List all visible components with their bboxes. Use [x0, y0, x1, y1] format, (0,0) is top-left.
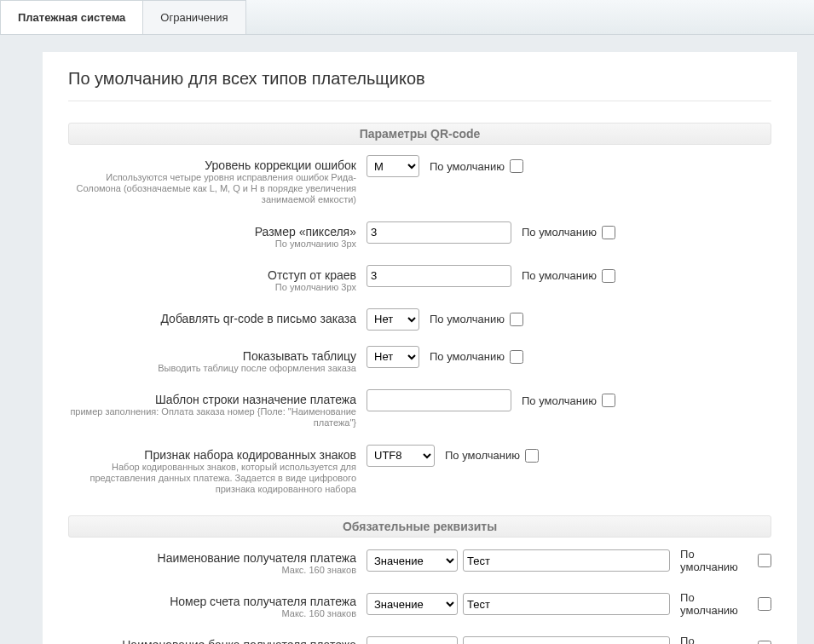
hint-encoding: Набор кодированных знаков, который испол…: [68, 462, 356, 496]
default-label: По умолчанию: [430, 160, 505, 173]
checkbox-show-table-default[interactable]: [510, 350, 523, 364]
hint-recipient-account: Макс. 160 знаков: [68, 608, 356, 619]
checkbox-recipient-account-default[interactable]: [758, 597, 771, 611]
label-bank-name: Наименование банка получателя платежа: [68, 638, 356, 644]
page-title: По умолчанию для всех типов плательщиков: [68, 69, 771, 101]
label-error-level: Уровень коррекции ошибок: [68, 158, 356, 172]
label-pixel-size: Размер «пикселя»: [68, 225, 356, 239]
default-label: По умолчанию: [430, 313, 505, 325]
select-encoding[interactable]: UTF8: [367, 445, 435, 467]
checkbox-margin-default[interactable]: [602, 269, 615, 283]
hint-show-table: Выводить таблицу после оформления заказа: [68, 363, 356, 374]
input-recipient-name[interactable]: [463, 549, 670, 572]
label-encoding: Признак набора кодированных знаков: [68, 448, 356, 462]
default-label: По умолчанию: [680, 591, 753, 617]
hint-template: пример заполнения: Оплата заказа номер {…: [68, 406, 356, 428]
select-add-qr[interactable]: Нет: [367, 308, 419, 331]
checkbox-pixel-size-default[interactable]: [602, 226, 615, 239]
default-label: По умолчанию: [445, 449, 520, 462]
tab-bar: Платежная система Ограничения: [0, 0, 814, 35]
select-recipient-name-type[interactable]: Значение: [367, 549, 458, 572]
input-margin[interactable]: [367, 265, 511, 287]
checkbox-recipient-name-default[interactable]: [758, 554, 771, 567]
section-header-required: Обязательные реквизиты: [68, 515, 771, 538]
input-recipient-account[interactable]: [463, 593, 670, 615]
label-recipient-account: Номер счета получателя платежа: [68, 595, 356, 608]
default-label: По умолчанию: [522, 226, 597, 239]
label-show-table: Показывать таблицу: [68, 349, 356, 363]
checkbox-bank-name-default[interactable]: [758, 641, 771, 644]
section-header-qr: Параметры QR-code: [68, 123, 771, 145]
label-recipient-name: Наименование получателя платежа: [68, 551, 356, 565]
select-show-table[interactable]: Нет: [367, 346, 419, 368]
default-label: По умолчанию: [522, 269, 597, 282]
input-bank-name[interactable]: [463, 636, 670, 644]
tab-payment-system[interactable]: Платежная система: [0, 0, 143, 34]
default-label: По умолчанию: [522, 394, 597, 407]
label-template: Шаблон строки назначение платежа: [68, 393, 356, 406]
checkbox-add-qr-default[interactable]: [510, 313, 523, 326]
label-add-qr: Добавлять qr-code в письмо заказа: [68, 312, 356, 325]
select-error-level[interactable]: M: [367, 155, 419, 177]
select-recipient-account-type[interactable]: Значение: [367, 593, 458, 615]
tab-restrictions[interactable]: Ограничения: [142, 0, 245, 34]
default-label: По умолчанию: [430, 350, 505, 363]
hint-error-level: Используются четыре уровня исправления о…: [68, 172, 356, 206]
hint-pixel-size: По умолчанию 3px: [68, 239, 356, 250]
select-bank-name-type[interactable]: Значение: [367, 636, 458, 644]
label-margin: Отступ от краев: [68, 268, 356, 282]
hint-recipient-name: Макс. 160 знаков: [68, 565, 356, 576]
checkbox-encoding-default[interactable]: [525, 449, 539, 463]
default-label: По умолчанию: [680, 635, 753, 644]
input-template[interactable]: [367, 389, 511, 411]
checkbox-template-default[interactable]: [602, 394, 615, 407]
default-label: По умолчанию: [680, 548, 753, 573]
checkbox-error-level-default[interactable]: [510, 159, 523, 173]
input-pixel-size[interactable]: [367, 221, 511, 244]
hint-margin: По умолчанию 3px: [68, 282, 356, 293]
